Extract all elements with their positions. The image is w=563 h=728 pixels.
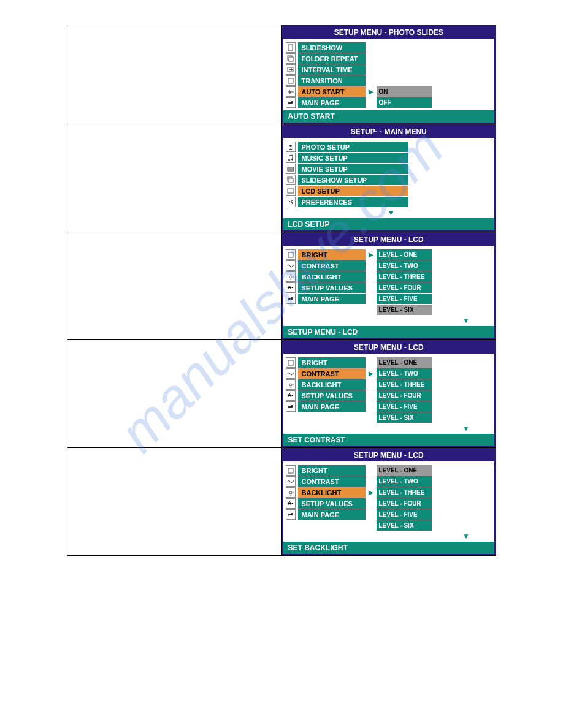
menu-item[interactable]: CONTRAST <box>298 476 366 487</box>
submenu-item[interactable]: LEVEL - FIVE <box>377 509 432 520</box>
menu-title: SETUP- - MAIN MENU <box>283 126 495 138</box>
menu-title: SETUP MENU - LCD <box>283 449 495 461</box>
arrow-down-icon: ▼ <box>283 317 495 326</box>
arrow-right-icon <box>368 412 374 423</box>
menu-item[interactable]: MUSIC SETUP <box>298 153 408 163</box>
page-icon <box>286 42 296 53</box>
arrow-down-icon: ▼ <box>283 533 495 542</box>
menu-item[interactable]: MAIN PAGE <box>298 509 366 520</box>
arrow-right-icon <box>368 97 374 108</box>
sun-icon <box>286 487 296 498</box>
menu-item[interactable]: BRIGHT <box>298 357 366 368</box>
submenu-item[interactable]: ON <box>377 86 432 97</box>
arrow-right-icon <box>368 294 374 304</box>
arrow-right-icon <box>368 53 374 64</box>
svg-point-21 <box>289 384 292 386</box>
arrow-right-icon: ▶ <box>368 249 374 260</box>
pulse-icon <box>286 86 296 97</box>
square-icon <box>286 465 296 476</box>
menu-footer: SET CONTRAST <box>283 434 495 446</box>
screenshot-cell: SETUP- - MAIN MENUPHOTO SETUPMUSIC SETUP… <box>282 124 496 232</box>
menu-item[interactable]: CONTRAST <box>298 368 366 379</box>
arrow-right-icon <box>368 357 374 368</box>
stack-icon <box>286 175 296 185</box>
menu-item[interactable]: SETUP VALUES <box>298 390 366 401</box>
arrow-right-icon <box>368 64 374 75</box>
submenu-item[interactable]: LEVEL - FIVE <box>377 401 432 412</box>
menu-item[interactable]: LCD SETUP <box>298 186 408 196</box>
svg-point-15 <box>289 276 292 278</box>
submenu-item[interactable]: LEVEL - SIX <box>377 412 432 423</box>
submenu-item[interactable]: LEVEL - SIX <box>377 520 432 531</box>
arrow-right-icon <box>368 476 374 487</box>
submenu-item[interactable]: LEVEL - THREE <box>377 379 432 390</box>
letter-icon: A- <box>286 390 296 401</box>
menu-item[interactable]: TRANSITION <box>298 75 366 86</box>
menu-item[interactable]: MAIN PAGE <box>298 97 366 108</box>
wrench-icon <box>286 197 296 207</box>
submenu-item[interactable]: LEVEL - SIX <box>377 305 432 315</box>
arrow-down-icon: ▼ <box>283 210 495 218</box>
svg-rect-0 <box>288 45 293 51</box>
submenu-item[interactable]: OFF <box>377 97 432 108</box>
wave-icon <box>286 260 296 271</box>
manual-table: SETUP MENU - PHOTO SLIDESSLIDESHOWFOLDER… <box>67 25 496 556</box>
description-cell <box>67 448 282 556</box>
submenu-item[interactable]: LEVEL - ONE <box>377 249 432 260</box>
menu-title: SETUP MENU - PHOTO SLIDES <box>283 26 495 39</box>
submenu-item[interactable]: LEVEL - TWO <box>377 260 432 271</box>
screenshot-cell: SETUP MENU - LCDA-BRIGHTCONTRASTBACKLIGH… <box>282 448 496 556</box>
square-icon <box>286 357 296 368</box>
arrow-right-icon <box>368 271 374 282</box>
submenu-item[interactable]: LEVEL - THREE <box>377 487 432 498</box>
submenu-item[interactable]: LEVEL - TWO <box>377 368 432 379</box>
submenu-item[interactable]: LEVEL - TWO <box>377 476 432 487</box>
submenu-item[interactable]: LEVEL - FIVE <box>377 294 432 304</box>
menu-item[interactable]: INTERVAL TIME <box>298 64 366 75</box>
svg-point-5 <box>289 145 292 147</box>
menu-item[interactable]: SLIDESHOW <box>298 42 366 53</box>
menu-item[interactable]: BRIGHT <box>298 465 366 476</box>
description-cell <box>67 124 282 232</box>
menu-item[interactable]: PREFERENCES <box>298 197 408 207</box>
arrow-right-icon: ▶ <box>368 368 374 379</box>
menu-item[interactable]: AUTO START <box>298 86 366 97</box>
menu-card: SETUP- - MAIN MENUPHOTO SETUPMUSIC SETUP… <box>282 124 496 232</box>
menu-item[interactable]: SLIDESHOW SETUP <box>298 175 408 185</box>
menu-item[interactable]: MAIN PAGE <box>298 401 366 412</box>
menu-footer: AUTO START <box>283 110 495 123</box>
menu-item[interactable]: MOVIE SETUP <box>298 164 408 174</box>
menu-item[interactable]: BACKLIGHT <box>298 379 366 390</box>
wave-icon <box>286 368 296 379</box>
menu-item[interactable]: SETUP VALUES <box>298 498 366 509</box>
back-icon <box>286 401 296 412</box>
menu-item[interactable]: PHOTO SETUP <box>298 142 408 152</box>
screenshot-cell: SETUP MENU - PHOTO SLIDESSLIDESHOWFOLDER… <box>282 25 496 124</box>
menu-item[interactable]: BACKLIGHT <box>298 487 366 498</box>
submenu-item[interactable]: LEVEL - ONE <box>377 465 432 476</box>
description-cell <box>67 340 282 448</box>
submenu-item[interactable]: LEVEL - FOUR <box>377 498 432 509</box>
menu-item[interactable]: BACKLIGHT <box>298 271 366 282</box>
menu-item[interactable]: MAIN PAGE <box>298 294 366 304</box>
menu-item[interactable]: CONTRAST <box>298 260 366 271</box>
letter-icon: A- <box>286 498 296 509</box>
menu-item[interactable]: BRIGHT <box>298 249 366 260</box>
svg-rect-20 <box>288 360 293 365</box>
svg-point-6 <box>288 159 290 161</box>
back-icon <box>286 294 296 304</box>
back-icon <box>286 97 296 108</box>
arrow-right-icon <box>368 75 374 86</box>
menu-footer: LCD SETUP <box>283 218 495 230</box>
submenu-item[interactable]: LEVEL - THREE <box>377 271 432 282</box>
arrow-right-icon <box>368 390 374 401</box>
svg-rect-13 <box>288 189 294 193</box>
submenu-item[interactable]: LEVEL - ONE <box>377 357 432 368</box>
arrow-right-icon <box>368 520 374 531</box>
submenu-item[interactable]: LEVEL - FOUR <box>377 282 432 293</box>
menu-item[interactable]: SETUP VALUES <box>298 282 366 293</box>
arrow-right-icon <box>368 509 374 520</box>
arrow-right-icon <box>368 42 374 53</box>
submenu-item[interactable]: LEVEL - FOUR <box>377 390 432 401</box>
menu-item[interactable]: FOLDER REPEAT <box>298 53 366 64</box>
